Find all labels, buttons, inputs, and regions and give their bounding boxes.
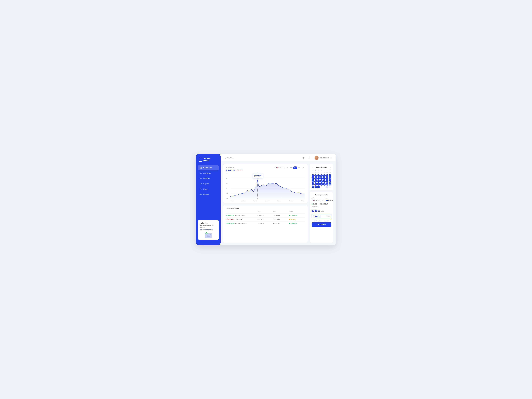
calendar-cell[interactable]: 3 — [317, 174, 320, 177]
calendar-cell[interactable]: 5 — [323, 174, 326, 177]
calendar-cell[interactable]: 29 — [326, 171, 329, 174]
calendar-cell[interactable]: 21 — [329, 180, 331, 183]
currency-selector[interactable]: 🇺🇸 USD — [274, 166, 285, 169]
balance-change: -12,5 % — [236, 169, 243, 171]
calendar-cell[interactable]: 2 — [323, 186, 326, 188]
calendar-cell[interactable]: 29 — [311, 186, 314, 188]
calendar-cell[interactable]: 15 — [311, 180, 314, 183]
center-panel: Total balance $ 8214.29 -12,5 % — [223, 164, 308, 243]
table-row: + USD 391.00 from Sayed Hayden 20P91LSM … — [226, 222, 305, 225]
time-filter-all[interactable]: ALL — [301, 166, 305, 169]
notifications-button[interactable] — [307, 156, 311, 160]
user-name: Tim Spencer — [320, 157, 329, 159]
calendar-cell[interactable]: 1 — [311, 174, 314, 177]
logo-icon — [199, 158, 202, 162]
calendar-cell[interactable]: 28 — [323, 171, 326, 174]
calendar-cell[interactable]: 10 — [317, 177, 320, 180]
calendar-cell[interactable]: 24 — [317, 183, 320, 185]
sidebar-item-label: Deposit — [203, 183, 209, 185]
balance-amount: $ 8214.29 — [226, 168, 235, 172]
svg-rect-1 — [201, 167, 202, 168]
svg-rect-0 — [200, 167, 201, 168]
calendar-cell[interactable]: 18 — [320, 180, 323, 183]
calendar-days-header: S M T W T F S — [311, 170, 331, 171]
chart-svg — [230, 173, 305, 199]
sidebar-item-referral[interactable]: Referral — [198, 192, 219, 197]
calendar-next-button[interactable]: › — [329, 166, 331, 168]
calendar-cell[interactable]: 24 — [311, 171, 314, 174]
sidebar-item-deposit[interactable]: Deposit — [198, 181, 219, 186]
svg-point-3 — [201, 168, 202, 169]
main-content: TS Tim Spencer Total balance — [221, 154, 336, 245]
calendar-cell[interactable]: 12 — [323, 177, 326, 180]
exchange-icon — [200, 172, 202, 174]
svg-point-9 — [205, 232, 208, 234]
calendar-cell[interactable]: 30 — [314, 186, 317, 188]
settings-button[interactable] — [301, 156, 305, 160]
calendar-cell[interactable]: 9 — [314, 177, 317, 180]
calendar-cell[interactable]: 19 — [323, 180, 326, 183]
search-input[interactable] — [227, 157, 260, 159]
calendar-header: ‹ December 2019 › — [311, 166, 331, 168]
calendar-cell[interactable]: 11 — [320, 177, 323, 180]
sell-currency-dropdown[interactable]: 🇺🇸 USD — [311, 199, 321, 202]
chart-y-labels: 12k 10k 8k 6k 4k 2k — [226, 173, 230, 199]
convert-button[interactable]: Convert — [311, 222, 331, 227]
calendar-cell[interactable]: 22 — [311, 183, 314, 185]
calendar-cell[interactable]: 3 — [326, 186, 329, 188]
sidebar-item-dashboard[interactable]: Dashboard — [198, 165, 219, 170]
time-filter-1y[interactable]: 1Y — [297, 166, 301, 169]
tx-amount: - EUR 819.00 — [226, 219, 234, 220]
time-filter-1d[interactable]: 1D — [286, 166, 289, 169]
calendar-cell[interactable]: 26 — [317, 171, 320, 174]
card-email[interactable]: tim.r*****m@gmail.com — [200, 229, 217, 230]
calendar-cell[interactable]: 16 — [314, 180, 317, 183]
calendar-cell[interactable]: 25 — [314, 171, 317, 174]
calendar-cell[interactable]: 30 — [329, 171, 331, 174]
calendar-grid: 2425262728293012345678910111213141516171… — [311, 171, 331, 188]
sidebar-item-withdraw[interactable]: Withdraw — [198, 176, 219, 181]
card-body: Please verify your email address. — [200, 225, 217, 228]
status-badge: Completed — [289, 215, 305, 216]
balance-row: $ 8214.29 -12,5 % — [226, 168, 243, 172]
sidebar-item-history[interactable]: History — [198, 187, 219, 192]
time-filter-1w[interactable]: 1W — [289, 166, 293, 169]
swap-icon — [322, 200, 324, 202]
calendar-cell[interactable]: 4 — [329, 186, 331, 188]
calendar-cell[interactable]: 7 — [329, 174, 331, 177]
search-bar — [224, 157, 301, 159]
buy-amount-output[interactable]: 1989.46 EUR — [311, 214, 331, 219]
chevron-down-icon — [330, 157, 331, 158]
calendar-cell[interactable]: 23 — [314, 183, 317, 185]
buy-currency-dropdown[interactable]: 🇪🇺 EUR — [325, 199, 334, 202]
calendar-cell[interactable]: 13 — [326, 177, 329, 180]
tx-amount: + USD 391.00 — [226, 222, 234, 224]
exchange-rate: 1 USD → 0,88460 EUR — [311, 203, 331, 205]
calendar-cell[interactable]: 20 — [326, 180, 329, 183]
calendar-prev-button[interactable]: ‹ — [311, 166, 314, 168]
sell-amount: 2249.00 USD — [311, 208, 331, 213]
bell-icon — [308, 157, 310, 159]
time-filter-1m[interactable]: 1M — [293, 166, 297, 169]
calendar-cell[interactable]: 4 — [320, 174, 323, 177]
calendar-cell[interactable]: 28 — [329, 183, 331, 185]
calendar-cell[interactable]: 25 — [320, 183, 323, 185]
logo: TransferMaster — [196, 157, 221, 165]
calendar-cell[interactable]: 6 — [326, 174, 329, 177]
sidebar-item-label: History — [203, 188, 209, 190]
chart-area: $ 5518,247 10.12.2019 — [230, 173, 305, 199]
calendar-cell[interactable]: 27 — [326, 183, 329, 185]
sidebar-item-label: Referral — [203, 193, 209, 195]
calendar-cell[interactable]: 26 — [323, 183, 326, 185]
calendar-cell[interactable]: 2 — [314, 174, 317, 177]
user-profile[interactable]: TS Tim Spencer — [313, 155, 332, 160]
calendar-cell[interactable]: 27 — [320, 171, 323, 174]
calendar-cell[interactable]: 17 — [317, 180, 320, 183]
calendar-cell[interactable]: 8 — [311, 177, 314, 180]
tx-amount: + USD 515.00 — [226, 215, 234, 216]
calendar-cell[interactable]: 31 — [317, 186, 320, 188]
sidebar-item-exchange[interactable]: Exchange — [198, 171, 219, 176]
calendar-cell[interactable]: 14 — [329, 177, 331, 180]
svg-rect-2 — [200, 168, 201, 169]
calendar-cell[interactable]: 1 — [320, 186, 323, 188]
